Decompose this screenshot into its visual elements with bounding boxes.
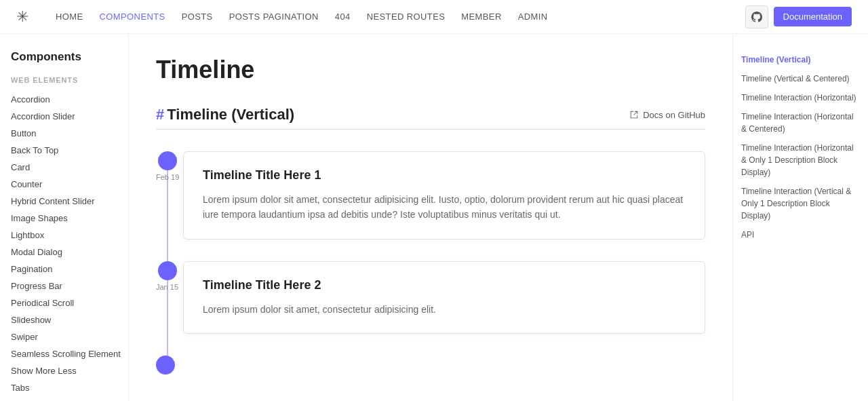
top-nav: ✳ HOME COMPONENTS POSTS POSTS PAGINATION…: [0, 0, 868, 34]
docs-icon: [629, 110, 639, 119]
right-sidebar-item-timeline-vertical[interactable]: Timeline (Vertical): [741, 50, 860, 69]
docs-link-text: Docs on GitHub: [643, 110, 705, 120]
right-sidebar-item-timeline-horizontal-centered[interactable]: Timeline Interaction (Horizontal & Cente…: [741, 107, 860, 138]
timeline-item: Feb 19 Timeline Title Here 1 Lorem ipsum…: [183, 151, 705, 240]
sidebar-item-button[interactable]: Button: [11, 125, 128, 142]
sidebar-item-periodical-scroll[interactable]: Periodical Scroll: [11, 294, 128, 311]
timeline-dot-1: [158, 151, 177, 170]
sidebar-item-modal-dialog[interactable]: Modal Dialog: [11, 244, 128, 261]
sidebar-item-accordion[interactable]: Accordion: [11, 91, 128, 108]
docs-on-github-link[interactable]: Docs on GitHub: [629, 110, 705, 120]
sidebar-item-tabs-animated[interactable]: Tabs Animated: [11, 396, 128, 401]
nav-nested-routes[interactable]: NESTED ROUTES: [367, 12, 446, 22]
layout: Components WEB ELEMENTS Accordion Accord…: [0, 34, 868, 401]
github-icon: [751, 12, 762, 22]
timeline-card-title-2: Timeline Title Here 2: [203, 278, 686, 292]
timeline-dot-wrapper-2: Jan 15: [156, 261, 178, 291]
sidebar-item-show-more-less[interactable]: Show More Less: [11, 362, 128, 379]
timeline-dot-wrapper-3: [156, 356, 175, 375]
timeline-card-body-1: Lorem ipsum dolor sit amet, consectetur …: [203, 192, 686, 223]
timeline-card-1: Timeline Title Here 1 Lorem ipsum dolor …: [183, 151, 705, 240]
timeline-date-1: Feb 19: [156, 173, 179, 181]
documentation-button[interactable]: Documentation: [774, 7, 852, 26]
nav-right: Documentation: [745, 5, 852, 28]
nav-home[interactable]: HOME: [56, 12, 83, 22]
right-sidebar-item-timeline-vertical-only1[interactable]: Timeline Interaction (Vertical & Only 1 …: [741, 182, 860, 225]
section-divider: [156, 129, 705, 130]
section-title-text: Timeline (Vertical): [167, 106, 294, 123]
section-hash: #: [156, 106, 164, 123]
timeline-dot-3: [156, 356, 175, 375]
timeline-card-title-1: Timeline Title Here 1: [203, 168, 686, 183]
page-title: Timeline: [156, 56, 705, 84]
timeline-vertical: Feb 19 Timeline Title Here 1 Lorem ipsum…: [156, 151, 705, 356]
nav-404[interactable]: 404: [335, 12, 351, 22]
sidebar-item-lightbox[interactable]: Lightbox: [11, 227, 128, 244]
timeline-date-2: Jan 15: [156, 283, 178, 291]
section-title: #Timeline (Vertical): [156, 106, 294, 123]
timeline-dot-2: [158, 261, 177, 280]
right-sidebar-item-timeline-horizontal-only1[interactable]: Timeline Interaction (Horizontal & Only …: [741, 138, 860, 182]
sidebar-item-pagination[interactable]: Pagination: [11, 261, 128, 278]
sidebar-item-slideshow[interactable]: Slideshow: [11, 311, 128, 328]
sidebar-item-swiper[interactable]: Swiper: [11, 328, 128, 345]
sidebar-section-label: WEB ELEMENTS: [11, 76, 128, 84]
right-sidebar: Timeline (Vertical) Timeline (Vertical &…: [732, 34, 868, 401]
nav-logo: ✳: [16, 8, 28, 26]
sidebar-item-seamless[interactable]: Seamless Scrolling Element: [11, 345, 128, 362]
nav-member[interactable]: MEMBER: [461, 12, 501, 22]
section-header: #Timeline (Vertical) Docs on GitHub: [156, 106, 705, 123]
timeline-card-body-2: Lorem ipsum dolor sit amet, consectetur …: [203, 302, 686, 317]
timeline-dot-wrapper-1: Feb 19: [156, 151, 179, 181]
sidebar-item-accordion-slider[interactable]: Accordion Slider: [11, 108, 128, 125]
nav-links: HOME COMPONENTS POSTS POSTS PAGINATION 4…: [56, 12, 745, 22]
sidebar-title: Components: [11, 50, 128, 64]
left-sidebar: Components WEB ELEMENTS Accordion Accord…: [0, 34, 129, 401]
sidebar-item-card[interactable]: Card: [11, 159, 128, 176]
right-sidebar-item-timeline-vertical-centered[interactable]: Timeline (Vertical & Centered): [741, 69, 860, 88]
sidebar-item-back-to-top[interactable]: Back To Top: [11, 142, 128, 159]
sidebar-item-progress-bar[interactable]: Progress Bar: [11, 278, 128, 294]
nav-components[interactable]: COMPONENTS: [100, 12, 165, 22]
nav-posts-pagination[interactable]: POSTS PAGINATION: [229, 12, 319, 22]
sidebar-item-tabs[interactable]: Tabs: [11, 379, 128, 396]
right-sidebar-item-timeline-horizontal[interactable]: Timeline Interaction (Horizontal): [741, 88, 860, 107]
nav-admin[interactable]: ADMIN: [518, 12, 548, 22]
timeline-item-2: Jan 15 Timeline Title Here 2 Lorem ipsum…: [183, 261, 705, 334]
timeline-line: [167, 151, 168, 356]
sidebar-item-counter[interactable]: Counter: [11, 176, 128, 193]
sidebar-item-hybrid[interactable]: Hybrid Content Slider: [11, 193, 128, 210]
timeline-card-2: Timeline Title Here 2 Lorem ipsum dolor …: [183, 261, 705, 334]
sidebar-item-image-shapes[interactable]: Image Shapes: [11, 210, 128, 227]
github-button[interactable]: [745, 5, 768, 28]
main-content: Timeline #Timeline (Vertical) Docs on Gi…: [129, 34, 732, 401]
right-sidebar-item-api[interactable]: API: [741, 225, 860, 244]
nav-posts[interactable]: POSTS: [182, 12, 213, 22]
